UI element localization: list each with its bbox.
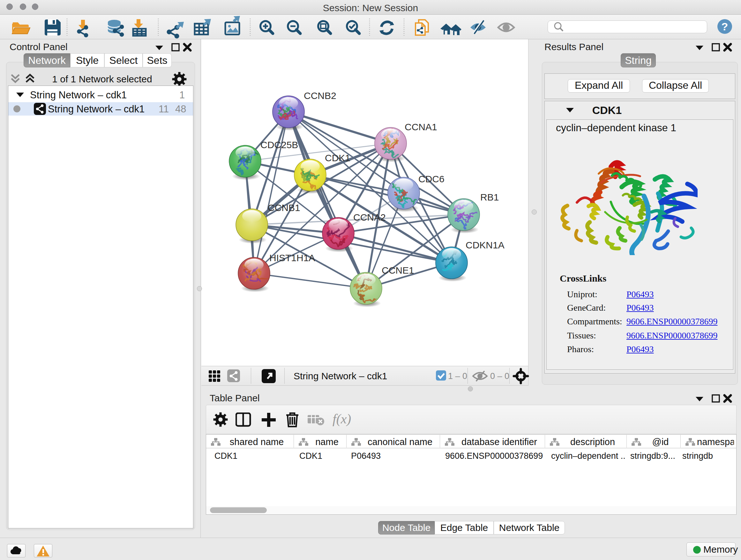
- svg-text:CDC25B: CDC25B: [260, 139, 298, 150]
- svg-text:CCNA1: CCNA1: [405, 122, 437, 132]
- svg-text:RB1: RB1: [480, 192, 499, 202]
- svg-text:HIST1H1A: HIST1H1A: [269, 253, 315, 263]
- svg-text:CCNE1: CCNE1: [382, 265, 414, 275]
- svg-text:CDC6: CDC6: [418, 174, 445, 184]
- svg-text:CDK1: CDK1: [325, 152, 350, 163]
- svg-text:CCNB2: CCNB2: [304, 90, 336, 101]
- svg-text:CCNB1: CCNB1: [268, 202, 300, 213]
- svg-text:CDKN1A: CDKN1A: [466, 240, 504, 250]
- svg-text:CCNA2: CCNA2: [353, 212, 386, 223]
